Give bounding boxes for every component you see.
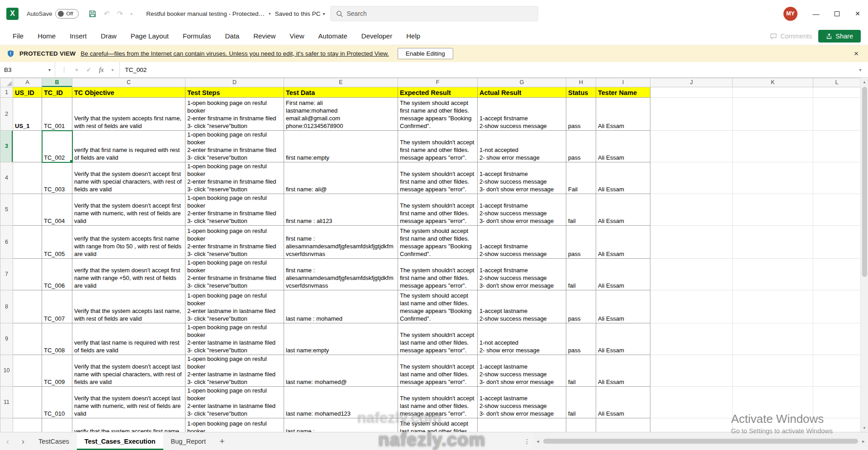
cell-A10[interactable] [13,355,42,387]
column-header-A[interactable]: A [13,78,42,87]
cell-F6[interactable]: The system should accept first name and … [398,226,478,259]
column-header-F[interactable]: F [398,78,478,87]
cell-H12[interactable]: pass [566,418,596,432]
cell-C9[interactable]: verify that last name is required with r… [72,323,185,355]
scroll-up-icon[interactable]: ▲ [861,78,868,86]
cell-G8[interactable]: 1-accept lastname 2-show success message [478,290,566,323]
enable-editing-button[interactable]: Enable Editing [398,48,453,59]
cell-E12[interactable]: last name : aliesamnamdesamdfjgfesamfdsk… [284,418,398,432]
scroll-right-icon[interactable]: ► [859,439,868,444]
cell-L7[interactable] [813,259,861,290]
sheet-tab-bug-report[interactable]: Bug_Report [163,432,213,450]
cell-H4[interactable]: Fail [566,162,596,194]
enter-check-icon[interactable]: ✓ [86,66,91,73]
cell-B5[interactable]: TC_004 [42,194,72,226]
cell-K7[interactable] [733,259,813,290]
tab-file[interactable]: File [13,32,24,40]
cell-C11[interactable]: Verify that the system doesn't accept la… [72,387,185,418]
tab-page-layout[interactable]: Page Layout [131,32,169,40]
close-button[interactable]: × [847,0,868,27]
cell-F12[interactable]: The system should accept last name and o… [398,418,478,432]
cell-A11[interactable] [13,387,42,418]
minimize-button[interactable]: — [806,0,826,27]
quick-access-dropdown-icon[interactable]: ▾ [130,11,133,16]
cell-C8[interactable]: Verify that the system accepts last name… [72,290,185,323]
tab-developer[interactable]: Developer [361,32,392,40]
cell-H9[interactable]: pass [566,323,596,355]
insert-function-icon[interactable]: fx [99,66,104,74]
autosave-toggle[interactable]: Off [55,9,79,19]
cell-C6[interactable]: verify that the system accepts first nam… [72,226,185,259]
cell-E11[interactable]: last name: mohamed123 [284,387,398,418]
tab-formulas[interactable]: Formulas [183,32,211,40]
cell-J4[interactable] [650,162,733,194]
cell-K2[interactable] [733,98,813,131]
cell-B4[interactable]: TC_003 [42,162,72,194]
cell-B7[interactable]: TC_006 [42,259,72,290]
cell-K1[interactable] [733,87,813,98]
cell-C1[interactable]: TC Objective [72,87,185,98]
cell-H6[interactable]: pass [566,226,596,259]
row-header-7[interactable]: 7 [0,259,13,290]
cell-D10[interactable]: 1-open booking page on resful booker 2-e… [185,355,284,387]
cell-F3[interactable]: The system shouldn't accept first name a… [398,131,478,162]
cell-L4[interactable] [813,162,861,194]
vertical-scrollbar[interactable]: ▲ ▼ [860,78,868,432]
cell-A4[interactable] [13,162,42,194]
cell-C12[interactable]: verify that the system accepts first nam… [72,418,185,432]
cell-G6[interactable]: 1-accept firstname 2-show success messag… [478,226,566,259]
column-header-H[interactable]: H [566,78,596,87]
cell-F4[interactable]: The system shouldn't accept first name a… [398,162,478,194]
comments-button[interactable]: Comments [770,33,812,40]
cell-D6[interactable]: 1-open booking page on resful booker 2-e… [185,226,284,259]
cell-G10[interactable]: 1-accept lastname 2-show success message… [478,355,566,387]
cell-D5[interactable]: 1-open booking page on resful booker 2-e… [185,194,284,226]
cell-E8[interactable]: last name : mohamed [284,290,398,323]
sheet-tab-testcases[interactable]: TestCases [31,432,77,450]
cell-I7[interactable]: Ali Essam [596,259,650,290]
tab-home[interactable]: Home [38,32,56,40]
cell-B2[interactable]: TC_001 [42,98,72,131]
cell-E1[interactable]: Test Data [284,87,398,98]
select-all-button[interactable] [0,78,13,87]
cell-C7[interactable]: verify that the system doesn't accept fi… [72,259,185,290]
cell-H11[interactable]: fail [566,387,596,418]
cell-I4[interactable]: Ali Essam [596,162,650,194]
cell-F10[interactable]: The system shouldn't accept last name an… [398,355,478,387]
cell-E5[interactable]: first name : ali123 [284,194,398,226]
row-header-1[interactable]: 1 [0,87,13,98]
tab-data[interactable]: Data [225,32,239,40]
cell-L3[interactable] [813,131,861,162]
cell-I9[interactable]: Ali Essam [596,323,650,355]
tab-draw[interactable]: Draw [101,32,117,40]
cell-H10[interactable]: fail [566,355,596,387]
cell-E7[interactable]: first name : aliesamnamdesamdfjgfesamfds… [284,259,398,290]
cell-A8[interactable] [13,290,42,323]
cell-K8[interactable] [733,290,813,323]
column-header-J[interactable]: J [650,78,733,87]
cell-B8[interactable]: TC_007 [42,290,72,323]
tab-review[interactable]: Review [253,32,275,40]
cell-A3[interactable] [13,131,42,162]
scroll-down-icon[interactable]: ▼ [861,424,868,432]
cell-D9[interactable]: 1-open booking page on resful booker 2-e… [185,323,284,355]
cell-E2[interactable]: First name: ali lastname:mohamed email:a… [284,98,398,131]
cell-G5[interactable]: 1-accept firstname 2-show success messag… [478,194,566,226]
horizontal-scrollbar[interactable]: ◄ ► [533,432,868,450]
cell-B9[interactable]: TC_008 [42,323,72,355]
cell-G11[interactable]: 1-accept lastname 2-show success message… [478,387,566,418]
cell-A5[interactable] [13,194,42,226]
sheetbar-kebab-icon[interactable]: ⋮ [521,432,533,450]
cell-I11[interactable]: Ali Essam [596,387,650,418]
cell-C10[interactable]: Verify that the system doesn't accept la… [72,355,185,387]
add-sheet-icon[interactable]: + [213,432,231,450]
tab-help[interactable]: Help [406,32,420,40]
cell-A1[interactable]: US_ID [13,87,42,98]
formula-input[interactable]: TC_002 [120,62,853,77]
cell-E10[interactable]: last name: mohamed@ [284,355,398,387]
cell-F11[interactable]: The system shouldn't accept last name an… [398,387,478,418]
cell-J12[interactable] [650,418,733,432]
cell-F8[interactable]: The system should accept last name and o… [398,290,478,323]
cell-E3[interactable]: first name:empty [284,131,398,162]
cell-C5[interactable]: Verify that the system doesn't accept fi… [72,194,185,226]
